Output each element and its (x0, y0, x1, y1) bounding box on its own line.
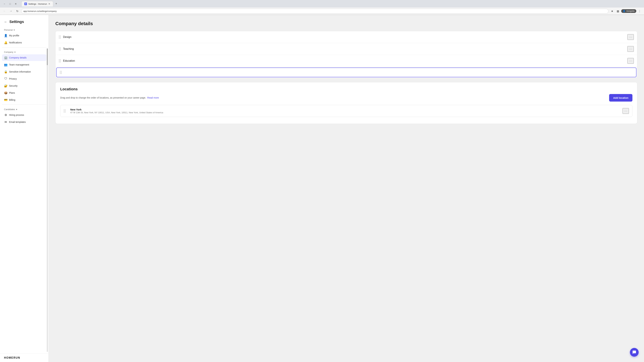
back-button[interactable]: ← (4, 20, 8, 24)
bookmark-button[interactable]: ★ (610, 9, 614, 13)
active-tab[interactable]: H Settings · Homerun ✕ (22, 1, 53, 6)
location-menu-new-york[interactable]: ⋯ (622, 108, 629, 114)
sidebar-header: ← Settings (0, 15, 48, 27)
candidates-section-label: Candidates ▼ (2, 106, 46, 112)
personal-dropdown-icon: ▼ (13, 29, 15, 31)
department-name-design: Design (63, 35, 628, 38)
drag-handle-design[interactable] (59, 35, 61, 38)
location-name-new-york: New York (70, 108, 622, 111)
company-details-icon: 🏢 (4, 56, 8, 59)
company-section-label: Company ▼ (2, 49, 46, 54)
menu-button[interactable]: ⋮ (637, 9, 642, 13)
drag-handle-teaching[interactable] (59, 47, 61, 50)
close-button[interactable]: ✕ (14, 1, 18, 6)
candidates-dropdown-icon: ▼ (16, 108, 18, 110)
tab-title: Settings · Homerun (28, 3, 47, 5)
forward-nav-button[interactable]: → (8, 8, 14, 13)
location-info-new-york: New York 47 W 13th St, New York, NY 1001… (70, 108, 622, 114)
address-bar: ← → ↻ ★ ▦ 👤 Incognito ⋮ (0, 7, 644, 15)
plans-icon: 📦 (4, 91, 8, 94)
department-menu-education[interactable]: ⋯ (628, 58, 634, 64)
locations-description-row: Drag and drop to change the order of loc… (60, 94, 632, 102)
sidebar-label-plans: Plans (9, 91, 15, 94)
drag-handle-education[interactable] (59, 59, 61, 62)
page-title: Company details (55, 21, 637, 26)
incognito-icon: 👤 (623, 10, 626, 12)
chat-icon (632, 350, 636, 354)
location-item-new-york: New York 47 W 13th St, New York, NY 1001… (60, 105, 632, 117)
privacy-icon: 🛡 (4, 77, 8, 80)
hiring-process-icon: ⚙ (4, 113, 8, 117)
titlebar: − □ ✕ H Settings · Homerun ✕ + (0, 0, 644, 7)
sidebar-item-sensitive-information[interactable]: 🔒 Sensitive information (2, 68, 46, 75)
department-name-education: Education (63, 59, 628, 62)
maximize-button[interactable]: □ (8, 1, 12, 6)
department-item: Teaching ⋯ (56, 43, 637, 55)
sidebar-label-hiring-process: Hiring process (9, 114, 24, 116)
email-templates-icon: ✉ (4, 120, 8, 124)
departments-card: Design ⋯ Teaching ⋯ Education ⋯ (55, 31, 637, 78)
add-location-button[interactable]: Add location (609, 94, 632, 102)
sidebar: ← Settings Personal ▼ 👤 My profile 🔔 Not… (0, 15, 49, 362)
browser-chrome: − □ ✕ H Settings · Homerun ✕ + ← → ↻ ★ ▦… (0, 0, 644, 15)
locations-description-text: Drag and drop to change the order of loc… (60, 96, 605, 99)
tab-bar: H Settings · Homerun ✕ + (20, 1, 60, 6)
sidebar-label-team-management: Team management (9, 63, 29, 66)
department-menu-design[interactable]: ⋯ (628, 34, 634, 40)
sidebar-label-billing: Billing (9, 98, 15, 101)
department-menu-teaching[interactable]: ⋯ (628, 46, 634, 52)
tab-close-button[interactable]: ✕ (48, 2, 50, 5)
main-content: Company details Design ⋯ Teaching ⋯ (49, 15, 644, 362)
sidebar-label-privacy: Privacy (9, 77, 17, 80)
sidebar-item-security[interactable]: 🔐 Security (2, 82, 46, 89)
department-name-teaching: Teaching (63, 47, 628, 50)
sidebar-item-billing[interactable]: 💳 Billing (2, 96, 46, 103)
minimize-button[interactable]: − (2, 1, 7, 6)
sidebar-item-plans[interactable]: 📦 Plans (2, 89, 46, 96)
read-more-link[interactable]: Read more (147, 96, 159, 99)
department-item-new (56, 67, 636, 77)
location-address-new-york: 47 W 13th St, New York, NY 10011, USA, N… (70, 111, 622, 114)
department-item: Education ⋯ (56, 55, 637, 67)
sidebar-item-team-management[interactable]: 👥 Team management (2, 61, 46, 68)
back-arrow-icon: ← (4, 20, 8, 24)
security-icon: 🔐 (4, 84, 8, 87)
sidebar-toggle-button[interactable]: ▦ (616, 9, 620, 13)
sidebar-item-my-profile[interactable]: 👤 My profile (2, 32, 46, 39)
back-nav-button[interactable]: ← (2, 8, 7, 13)
incognito-label: Incognito (626, 10, 634, 12)
sidebar-scroll-area: Personal ▼ 👤 My profile 🔔 Notifications … (0, 27, 48, 354)
locations-card: Locations Drag and drop to change the or… (55, 82, 637, 124)
chat-bubble-button[interactable] (630, 348, 639, 357)
app-layout: ← Settings Personal ▼ 👤 My profile 🔔 Not… (0, 15, 644, 362)
sidebar-label-security: Security (9, 84, 18, 87)
sidebar-item-company-details[interactable]: 🏢 Company details (2, 54, 46, 61)
team-icon: 👥 (4, 63, 8, 66)
sidebar-item-hiring-process[interactable]: ⚙ Hiring process (2, 112, 46, 118)
address-input[interactable] (21, 9, 608, 13)
company-dropdown-icon: ▼ (14, 51, 16, 53)
scroll-indicator (47, 48, 48, 352)
sidebar-label-notifications: Notifications (9, 41, 22, 44)
locations-section: Locations Drag and drop to change the or… (56, 82, 637, 124)
personal-section-label: Personal ▼ (2, 27, 46, 32)
sidebar-item-notifications[interactable]: 🔔 Notifications (2, 39, 46, 46)
reload-button[interactable]: ↻ (15, 8, 20, 13)
locations-title: Locations (60, 87, 632, 91)
new-department-input[interactable] (64, 71, 633, 74)
window-controls[interactable]: − □ ✕ (2, 1, 18, 6)
sidebar-label-sensitive-information: Sensitive information (9, 70, 31, 73)
locations-list: New York 47 W 13th St, New York, NY 1001… (60, 105, 632, 124)
sidebar-item-email-templates[interactable]: ✉ Email templates (2, 119, 46, 125)
address-bar-actions: ★ ▦ 👤 Incognito ⋮ (610, 9, 642, 13)
new-tab-button[interactable]: + (54, 1, 58, 6)
sidebar-divider-1 (2, 47, 46, 47)
notifications-icon: 🔔 (4, 41, 8, 44)
sidebar-label-email-templates: Email templates (9, 121, 26, 123)
sidebar-item-privacy[interactable]: 🛡 Privacy (2, 75, 46, 82)
sensitive-info-icon: 🔒 (4, 70, 8, 73)
drag-handle-new-york[interactable] (64, 109, 66, 112)
tab-favicon: H (24, 2, 27, 5)
drag-handle-new[interactable] (60, 71, 62, 74)
homerun-logo: HOMERUN (0, 354, 48, 362)
